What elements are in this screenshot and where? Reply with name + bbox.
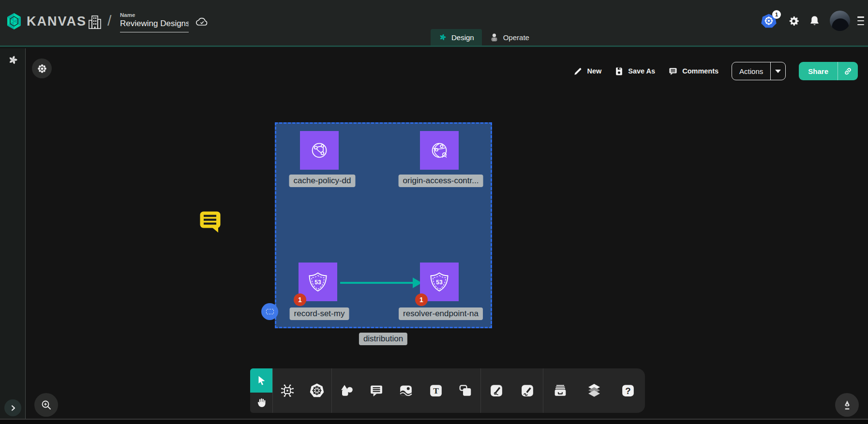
share-button[interactable]: Share: [799, 62, 858, 80]
design-name-input[interactable]: [120, 19, 189, 32]
route53-shield-icon: 53: [424, 266, 455, 297]
tool-help[interactable]: ?: [617, 380, 639, 401]
pen-nib-icon: [841, 399, 853, 411]
brand-wordmark: KANVAS: [27, 14, 87, 29]
tab-design[interactable]: Design: [431, 29, 482, 45]
text-icon: T: [429, 383, 443, 398]
tool-layers[interactable]: [584, 380, 605, 401]
user-avatar[interactable]: [830, 11, 850, 31]
comments-button[interactable]: Comments: [668, 67, 718, 76]
tool-dock: T: [250, 368, 645, 413]
actions-dropdown-button[interactable]: Actions: [732, 62, 786, 80]
save-as-button[interactable]: Save As: [614, 67, 655, 76]
edge-record-to-resolver[interactable]: [340, 282, 414, 284]
svg-text:?: ?: [625, 386, 630, 396]
design-pinwheel-icon: [438, 33, 447, 42]
tool-comment[interactable]: [366, 380, 387, 401]
note-icon: [458, 383, 473, 398]
cloudfront-cache-policy-icon: [304, 135, 335, 166]
menu-icon[interactable]: [857, 16, 864, 25]
design-name-field: Name: [120, 12, 189, 32]
breadcrumb-separator: /: [107, 13, 111, 29]
meshery-logo-icon[interactable]: [7, 54, 19, 66]
tool-freehand[interactable]: [517, 380, 538, 401]
zoom-in-button[interactable]: [34, 393, 58, 417]
tab-operate[interactable]: Operate: [482, 29, 537, 45]
help-question-icon: ?: [621, 383, 635, 398]
svg-text:T: T: [433, 386, 439, 395]
actions-caret-button[interactable]: [770, 62, 785, 80]
comments-bubble-icon: [668, 67, 678, 76]
tool-circuit-component[interactable]: [277, 380, 298, 401]
sidebar-expand-button[interactable]: [4, 399, 21, 416]
selection-handle-button[interactable]: [261, 303, 278, 320]
selection-group[interactable]: cache-policy-dd origin-access-contr... 5…: [275, 122, 492, 328]
settings-gear-icon[interactable]: [788, 15, 799, 27]
pen-tool-icon: [489, 383, 504, 398]
operate-person-icon: [490, 33, 499, 42]
dock-group-drawing: [480, 368, 543, 413]
header: KANVAS / Name: [0, 0, 868, 47]
cloud-sync-icon[interactable]: [195, 16, 209, 28]
kubernetes-count-badge: 1: [772, 10, 781, 19]
header-right: 1: [761, 11, 864, 31]
share-button-label: Share: [799, 62, 838, 80]
organization-icon[interactable]: [88, 15, 102, 30]
group-label[interactable]: distribution: [359, 333, 407, 345]
caret-down-icon: [775, 70, 781, 73]
tool-image[interactable]: [395, 380, 417, 401]
left-sidebar: [0, 48, 26, 424]
node-origin-access-control[interactable]: [420, 131, 459, 170]
canvas-widget-button[interactable]: [32, 58, 52, 78]
node-label[interactable]: origin-access-contr...: [399, 175, 483, 187]
image-icon: [399, 383, 413, 398]
save-floppy-icon: [614, 67, 624, 76]
node-label[interactable]: resolver-endpoint-na: [399, 307, 483, 320]
node-label[interactable]: cache-policy-dd: [289, 175, 355, 187]
cloudfront-origin-access-icon: [424, 135, 455, 166]
mode-tabs: Design Operate: [431, 29, 537, 45]
new-button-label: New: [587, 67, 601, 75]
comments-button-label: Comments: [682, 67, 718, 75]
freehand-pencil-icon: [520, 383, 535, 398]
svg-text:53: 53: [314, 279, 321, 286]
notifications-bell-icon[interactable]: [809, 15, 820, 27]
new-button[interactable]: New: [573, 67, 601, 76]
node-issue-badge[interactable]: 1: [294, 293, 306, 306]
comment-bubble-icon: [369, 383, 384, 398]
kubernetes-context-button[interactable]: 1: [761, 14, 778, 28]
circuit-chip-icon: [280, 383, 295, 398]
svg-text:53: 53: [436, 279, 443, 286]
tool-shapes[interactable]: [336, 380, 358, 401]
shapes-icon: [340, 383, 354, 398]
kanvas-app: KANVAS / Name: [0, 0, 868, 424]
tool-select[interactable]: [250, 368, 272, 393]
node-issue-badge[interactable]: 1: [415, 293, 428, 306]
tab-operate-label: Operate: [503, 33, 529, 42]
tab-design-label: Design: [451, 33, 474, 42]
link-icon: [843, 67, 853, 76]
tool-note[interactable]: [455, 380, 476, 401]
tool-drawer[interactable]: [550, 380, 571, 401]
tool-pan[interactable]: [250, 393, 272, 413]
copy-link-button[interactable]: [838, 62, 858, 80]
node-label[interactable]: record-set-my: [290, 307, 349, 320]
kanvas-logo-icon: [6, 13, 22, 30]
new-pencil-icon: [573, 67, 583, 76]
tool-kubernetes[interactable]: [306, 380, 328, 401]
tool-text[interactable]: T: [425, 380, 447, 401]
flower-asterisk-icon: [37, 63, 47, 74]
layers-icon: [586, 383, 602, 398]
dock-group-annotation: T: [331, 368, 480, 413]
dock-group-components: [272, 368, 331, 413]
actions-button-label: Actions: [732, 62, 770, 80]
select-pan-column: [250, 368, 272, 413]
design-name-label: Name: [120, 12, 189, 18]
tool-pen[interactable]: [486, 380, 507, 401]
comment-marker-icon[interactable]: [199, 211, 222, 233]
signature-pen-button[interactable]: [835, 393, 859, 417]
drawer-archive-icon: [553, 383, 568, 398]
brand[interactable]: KANVAS: [6, 13, 87, 30]
save-as-button-label: Save As: [628, 67, 655, 75]
node-cache-policy[interactable]: [300, 131, 339, 170]
